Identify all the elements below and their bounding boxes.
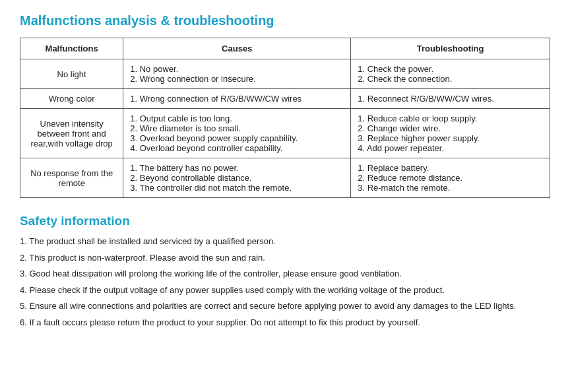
table-row: No response from the remote1. The batter… [20, 158, 550, 198]
page-title: Malfunctions analysis & troubleshooting [20, 13, 550, 28]
causes-cell-1: 1. Wrong connection of R/G/B/WW/CW wires [123, 89, 351, 109]
malfunction-cell-0: No light [20, 59, 123, 89]
col-header-causes: Causes [123, 38, 351, 59]
troubleshoot-cell-2: 1. Reduce cable or loop supply.2. Change… [351, 109, 550, 158]
table-row: Uneven intensity between front and rear,… [20, 109, 550, 158]
causes-cell-3: 1. The battery has no power.2. Beyond co… [123, 158, 351, 198]
troubleshoot-cell-0: 1. Check the power.2. Check the connecti… [351, 59, 550, 89]
causes-cell-0: 1. No power.2. Wrong connection or insec… [123, 59, 351, 89]
malfunctions-table: Malfunctions Causes Troubleshooting No l… [20, 38, 550, 198]
safety-item-4: 5. Ensure all wire connections and polar… [20, 300, 550, 313]
col-header-malfunctions: Malfunctions [20, 38, 123, 59]
table-row: No light1. No power.2. Wrong connection … [20, 59, 550, 89]
safety-item-1: 2. This product is non-waterproof. Pleas… [20, 251, 550, 265]
malfunction-cell-1: Wrong color [20, 89, 123, 109]
troubleshoot-cell-1: 1. Reconnect R/G/B/WW/CW wires. [351, 89, 550, 109]
malfunction-cell-2: Uneven intensity between front and rear,… [20, 109, 123, 158]
safety-list: 1. The product shall be installed and se… [20, 235, 550, 329]
safety-item-3: 4. Please check if the output voltage of… [20, 284, 550, 297]
troubleshoot-cell-3: 1. Replace battery.2. Reduce remote dist… [351, 158, 550, 198]
table-row: Wrong color1. Wrong connection of R/G/B/… [20, 89, 550, 109]
causes-cell-2: 1. Output cable is too long.2. Wire diam… [123, 109, 351, 158]
safety-section-title: Safety information [20, 214, 550, 228]
safety-item-5: 6. If a fault occurs please return the p… [20, 316, 550, 329]
safety-item-2: 3. Good heat dissipation will prolong th… [20, 267, 550, 280]
col-header-troubleshooting: Troubleshooting [351, 38, 550, 59]
safety-item-0: 1. The product shall be installed and se… [20, 235, 550, 248]
malfunction-cell-3: No response from the remote [20, 158, 123, 198]
